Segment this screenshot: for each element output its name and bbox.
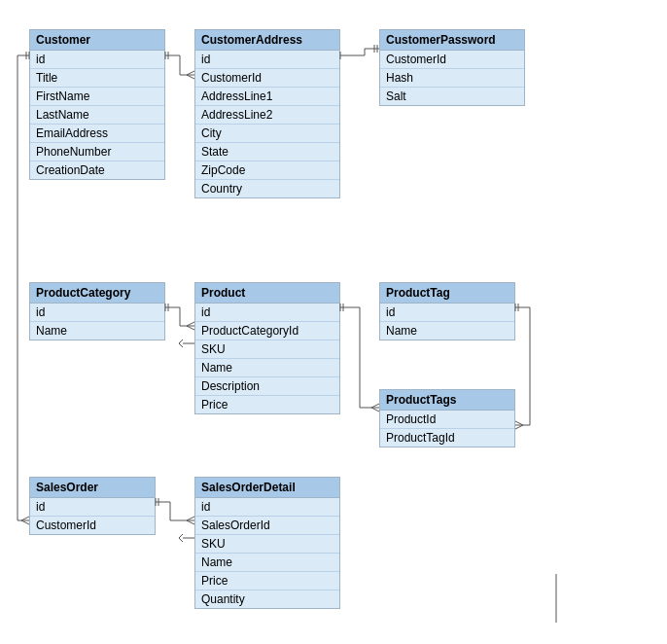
diagram: Customer id Title FirstName LastName Ema… <box>0 0 667 644</box>
table-sales-order: SalesOrder id CustomerId <box>29 477 156 535</box>
svg-line-25 <box>371 404 379 408</box>
table-customer-password-header: CustomerPassword <box>380 30 524 51</box>
svg-line-18 <box>187 322 194 326</box>
table-row: Quantity <box>195 590 339 608</box>
svg-line-19 <box>187 326 194 330</box>
svg-line-3 <box>187 71 194 75</box>
svg-line-44 <box>21 517 29 520</box>
table-row: FirstName <box>30 88 164 106</box>
table-row: SKU <box>195 340 339 359</box>
table-row: id <box>195 51 339 69</box>
table-product-header: Product <box>195 283 339 304</box>
table-customer-password: CustomerPassword CustomerId Hash Salt <box>379 29 525 106</box>
table-customer-address: CustomerAddress id CustomerId AddressLin… <box>194 29 340 198</box>
table-row: Name <box>195 359 339 377</box>
table-row: AddressLine1 <box>195 88 339 106</box>
svg-line-40 <box>187 520 194 524</box>
table-sales-order-detail: SalesOrderDetail id SalesOrderId SKU Nam… <box>194 477 340 609</box>
table-row: ZipCode <box>195 161 339 180</box>
table-customer-header: Customer <box>30 30 164 51</box>
table-row: Description <box>195 377 339 396</box>
svg-line-49 <box>179 340 183 343</box>
table-row: id <box>195 304 339 322</box>
table-customer-address-header: CustomerAddress <box>195 30 339 51</box>
table-sales-order-detail-header: SalesOrderDetail <box>195 478 339 498</box>
table-row: CustomerId <box>195 69 339 88</box>
table-row: id <box>30 498 155 517</box>
table-row: Country <box>195 180 339 197</box>
table-row: CustomerId <box>380 51 524 69</box>
table-product: Product id ProductCategoryId SKU Name De… <box>194 282 340 414</box>
table-customer: Customer id Title FirstName LastName Ema… <box>29 29 165 180</box>
table-row: ProductCategoryId <box>195 322 339 340</box>
table-product-category-header: ProductCategory <box>30 283 164 304</box>
svg-line-32 <box>515 421 523 425</box>
table-row: SalesOrderId <box>195 517 339 535</box>
table-row: Title <box>30 69 164 88</box>
table-row: id <box>30 304 164 322</box>
table-row: EmailAddress <box>30 125 164 143</box>
table-row: State <box>195 143 339 161</box>
svg-line-4 <box>187 75 194 79</box>
table-sales-order-header: SalesOrder <box>30 478 155 498</box>
table-row: LastName <box>30 106 164 125</box>
table-product-category: ProductCategory id Name <box>29 282 165 340</box>
table-row: Name <box>380 322 514 340</box>
svg-line-50 <box>179 343 183 347</box>
table-row: AddressLine2 <box>195 106 339 125</box>
table-row: Name <box>30 322 164 340</box>
table-row: City <box>195 125 339 143</box>
table-product-tags: ProductTags ProductId ProductTagId <box>379 389 515 447</box>
table-row: Price <box>195 572 339 590</box>
table-row: SKU <box>195 535 339 554</box>
table-row: id <box>30 51 164 69</box>
table-row: Salt <box>380 88 524 105</box>
svg-line-45 <box>21 520 29 524</box>
table-row: Price <box>195 396 339 413</box>
table-row: ProductId <box>380 411 514 429</box>
svg-line-26 <box>371 408 379 411</box>
table-row: Name <box>195 554 339 572</box>
svg-line-53 <box>179 538 183 542</box>
svg-line-39 <box>187 517 194 520</box>
table-product-tag: ProductTag id Name <box>379 282 515 340</box>
table-row: id <box>380 304 514 322</box>
table-product-tag-header: ProductTag <box>380 283 514 304</box>
table-product-tags-header: ProductTags <box>380 390 514 411</box>
table-row: id <box>195 498 339 517</box>
table-row: ProductTagId <box>380 429 514 447</box>
svg-line-52 <box>179 534 183 538</box>
table-row: CustomerId <box>30 517 155 534</box>
table-row: CreationDate <box>30 161 164 179</box>
svg-line-33 <box>515 425 523 429</box>
table-row: Hash <box>380 69 524 88</box>
table-row: PhoneNumber <box>30 143 164 161</box>
